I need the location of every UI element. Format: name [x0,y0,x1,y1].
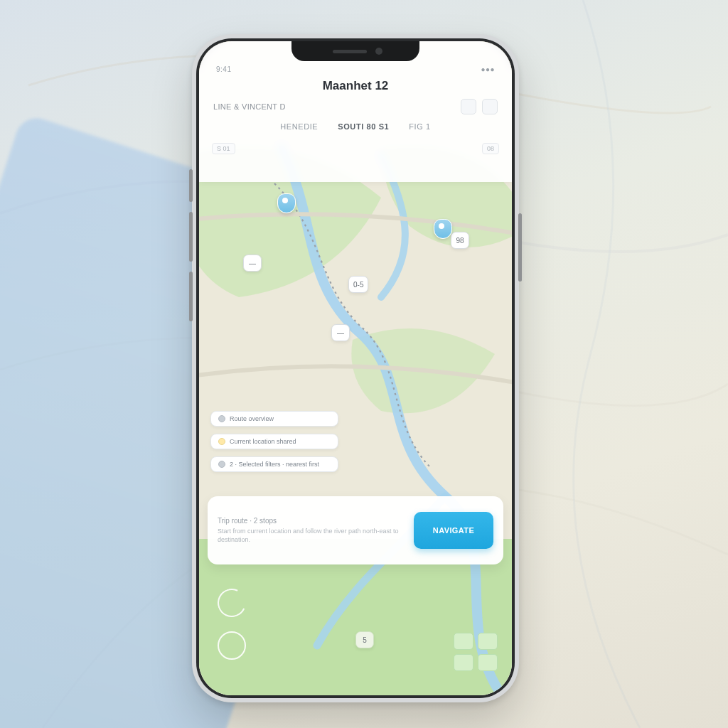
map-poi-c[interactable]: — [243,255,262,272]
segment-3[interactable]: FIG 1 [403,120,437,133]
mute-switch [189,169,193,202]
overlay-chip-label: 2 · Selected filters · nearest first [230,461,319,468]
status-indicators: ●●● [481,65,495,73]
overlay-chip-filters[interactable]: 2 · Selected filters · nearest first [210,456,338,472]
map-overlay-list: Route overview Current location shared 2… [210,411,338,472]
layers-button[interactable] [478,633,498,650]
route-card-eyebrow: Trip route · 2 stops [218,517,404,525]
power-button [518,213,522,282]
overlay-chip-location[interactable]: Current location shared [210,434,338,449]
volume-down-button [189,272,193,321]
map-pin-origin[interactable] [277,193,296,213]
phone-screen: 0-5 — 98 — 5 9:41 ●●● Maanhet 12 LINE & … [199,41,512,695]
filter-badge-2[interactable]: 08 [482,143,499,154]
status-time: 9:41 [216,65,231,73]
screen-title: Maanhet 12 [199,77,512,99]
route-card: Trip route · 2 stops Start from current … [208,496,503,564]
map-poi-d[interactable]: — [331,324,350,341]
overlay-chip-label: Route overview [230,415,274,422]
map-poi-a[interactable]: 0-5 [348,276,368,293]
map-poi-e[interactable]: 5 [355,631,374,648]
overlay-chip-label: Current location shared [230,438,296,445]
subtitle-text: LINE & VINCENT D [213,102,286,111]
header-action-1[interactable] [461,99,476,114]
zoom-in-button[interactable] [454,633,473,650]
map-poi-b[interactable]: 98 [451,232,469,249]
header-panel: 9:41 ●●● Maanhet 12 LINE & VINCENT D HEN… [199,41,512,182]
phone-frame: 0-5 — 98 — 5 9:41 ●●● Maanhet 12 LINE & … [192,34,519,702]
zoom-out-button[interactable] [454,654,473,671]
notch [291,41,419,61]
fullscreen-button[interactable] [478,654,498,671]
navigate-button[interactable]: NAVIGATE [414,512,493,549]
map-zoom-controls [454,633,498,671]
dot-icon [218,461,225,468]
map-pin-stop[interactable] [434,219,452,239]
segment-1[interactable]: HENEDIE [274,120,323,133]
segment-2[interactable]: SOUTI 80 S1 [332,120,395,133]
locate-me-button[interactable] [218,631,246,660]
route-card-body: Start from current location and follow t… [218,528,404,544]
segment-control[interactable]: HENEDIE SOUTI 80 S1 FIG 1 [199,119,512,139]
volume-up-button [189,212,193,262]
dot-icon [218,415,225,422]
dot-icon [218,438,225,445]
filter-badge-1[interactable]: S 01 [212,143,235,154]
header-action-2[interactable] [482,99,498,114]
overlay-chip-route[interactable]: Route overview [210,411,338,427]
